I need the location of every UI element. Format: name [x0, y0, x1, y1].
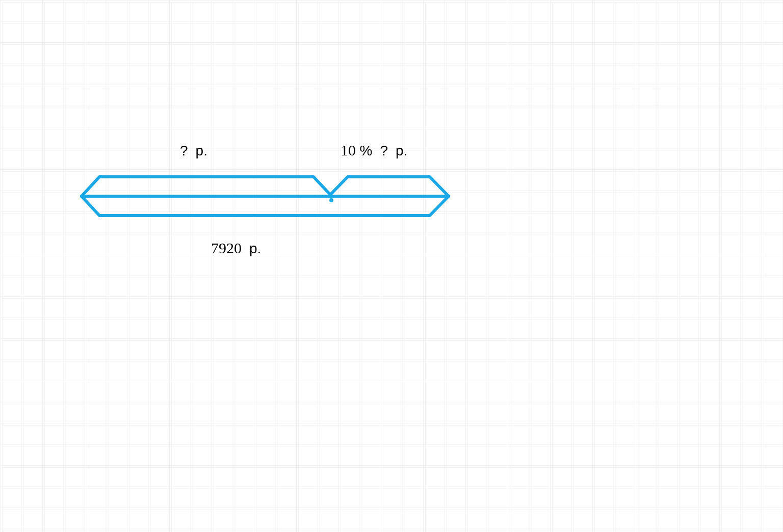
label-total: 7920 р.: [211, 240, 261, 257]
left-unit: р.: [196, 143, 207, 158]
left-question-mark: ?: [180, 143, 188, 158]
right-percent-value: 10: [341, 142, 356, 158]
label-right-segment: 10 % ? р.: [341, 142, 407, 159]
right-percent-sign: %: [360, 143, 373, 158]
label-left-segment: ? р.: [180, 142, 207, 159]
svg-point-1: [329, 198, 333, 202]
right-unit: р.: [396, 143, 407, 158]
bar-diagram: [0, 0, 783, 532]
total-unit: р.: [249, 241, 261, 256]
right-question-mark: ?: [380, 143, 388, 158]
total-value: 7920: [211, 240, 242, 256]
